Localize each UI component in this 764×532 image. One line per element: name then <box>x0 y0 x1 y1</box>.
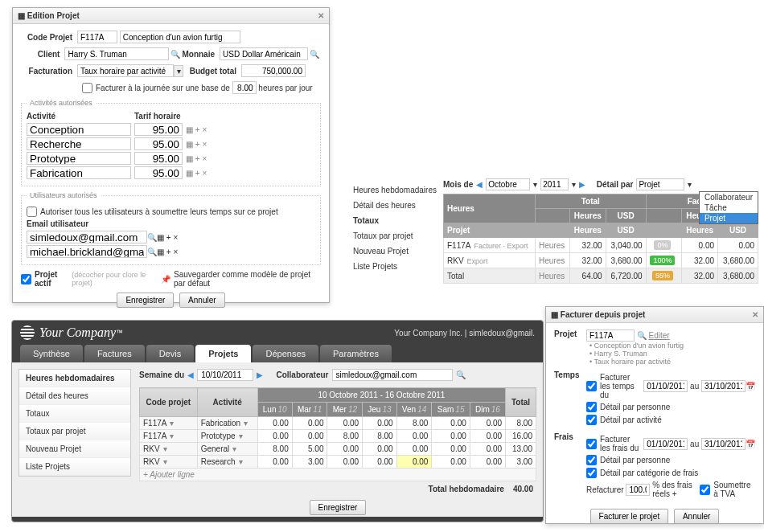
left-nav-item[interactable]: Totaux <box>19 405 130 423</box>
proj-cell[interactable]: F117A▾ <box>140 430 198 443</box>
search-icon[interactable]: 🔍 <box>637 331 647 340</box>
refact-pct-input[interactable] <box>626 484 650 496</box>
search-icon[interactable]: 🔍 <box>310 50 319 59</box>
close-icon[interactable]: ✕ <box>752 310 758 319</box>
desc-input[interactable] <box>120 31 240 43</box>
cancel-button[interactable]: Annuler <box>179 293 224 308</box>
hour-cell[interactable]: 8.00 <box>257 443 292 456</box>
user-email-input[interactable] <box>27 245 147 258</box>
edit-link[interactable]: Editer <box>649 331 670 340</box>
add-remove-icon[interactable]: ▦ + × <box>186 125 207 134</box>
act-cell[interactable]: Prototype▾ <box>197 430 257 443</box>
search-icon[interactable]: 🔍 <box>147 248 157 256</box>
hour-cell[interactable]: 8.00 <box>396 417 432 430</box>
nav-item[interactable]: Détail des heures <box>348 198 453 213</box>
week-date-input[interactable] <box>197 369 253 381</box>
act-cell[interactable]: General▾ <box>197 443 257 456</box>
date-to-input[interactable] <box>701 380 746 392</box>
prev-month-icon[interactable]: ◀ <box>476 180 483 189</box>
proj-input[interactable] <box>586 329 635 342</box>
act-cell[interactable]: Research▾ <box>197 456 257 469</box>
code-input[interactable] <box>77 31 117 43</box>
left-nav-item[interactable]: Heures hebdomadaires <box>19 370 130 387</box>
left-nav-item[interactable]: Détail des heures <box>19 387 130 405</box>
fact-mode-input[interactable] <box>77 64 174 77</box>
add-row[interactable]: + Ajouter ligne <box>140 469 536 481</box>
left-nav-item[interactable]: Totaux par projet <box>19 423 130 440</box>
tab-factures[interactable]: Factures <box>84 345 145 362</box>
hour-cell[interactable]: 0.00 <box>292 417 327 430</box>
activity-rate-input[interactable] <box>134 166 183 179</box>
hour-cell[interactable]: 0.00 <box>432 443 470 456</box>
cb-detail-act[interactable] <box>586 415 597 425</box>
save-button[interactable]: Enregistrer <box>117 293 174 308</box>
cb-detail-pers2[interactable] <box>586 455 597 465</box>
proj-cell[interactable]: RKV▾ <box>140 456 198 469</box>
hours-day-input[interactable] <box>232 81 257 94</box>
checkbox-auth-all[interactable] <box>27 207 37 217</box>
left-nav-item[interactable]: Nouveau Projet <box>19 440 130 458</box>
search-icon[interactable]: 🔍 <box>147 233 157 242</box>
hour-cell[interactable]: 3.00 <box>292 456 327 469</box>
hour-cell[interactable]: 0.00 <box>470 430 505 443</box>
date-from-input[interactable] <box>643 380 688 392</box>
add-remove-icon[interactable]: ▦ + × <box>186 154 207 163</box>
calendar-icon[interactable]: 📅 <box>746 382 755 391</box>
next-week-icon[interactable]: ▶ <box>257 370 263 379</box>
search-icon[interactable]: 🔍 <box>456 370 466 379</box>
left-nav-item[interactable]: Liste Projets <box>19 458 130 476</box>
hour-cell[interactable]: 0.00 <box>363 417 396 430</box>
tab-synthèse[interactable]: Synthèse <box>20 345 83 362</box>
client-input[interactable] <box>64 47 169 60</box>
frais-from-input[interactable] <box>643 438 688 450</box>
cb-fact-temps[interactable] <box>586 381 597 391</box>
hour-cell[interactable]: 0.00 <box>432 456 470 469</box>
add-remove-icon[interactable]: ▦ + × <box>157 248 178 256</box>
frais-to-input[interactable] <box>701 438 746 450</box>
hour-cell[interactable]: 5.00 <box>292 443 327 456</box>
proj-cell[interactable]: RKV▾ <box>140 443 198 456</box>
dialog-title-bar[interactable]: ▦ Facturer depuis projet ✕ <box>546 307 763 323</box>
dropdown-icon[interactable]: ▾ <box>572 180 576 189</box>
add-remove-icon[interactable]: ▦ + × <box>157 233 178 242</box>
dropdown-option[interactable]: Tâche <box>700 203 758 213</box>
monnaie-input[interactable] <box>220 47 308 60</box>
facturer-button[interactable]: Facturer le projet <box>590 509 669 524</box>
hour-cell[interactable]: 0.00 <box>396 430 432 443</box>
add-remove-icon[interactable]: ▦ + × <box>186 140 207 149</box>
hour-cell[interactable]: 0.00 <box>363 443 396 456</box>
activity-rate-input[interactable] <box>134 152 183 165</box>
cb-fact-frais[interactable] <box>586 439 597 449</box>
act-cell[interactable]: Fabrication▾ <box>197 417 257 430</box>
search-icon[interactable]: 🔍 <box>170 50 180 59</box>
cb-detail-pers[interactable] <box>586 402 597 412</box>
hour-cell[interactable]: 0.00 <box>470 417 505 430</box>
checkbox-fact-journee[interactable] <box>82 83 92 93</box>
cb-detail-cat[interactable] <box>586 468 597 478</box>
hour-cell[interactable]: 0.00 <box>257 417 292 430</box>
activity-name-input[interactable] <box>27 137 131 150</box>
hour-cell[interactable]: 0.00 <box>432 417 470 430</box>
dropdown-icon[interactable]: ▾ <box>174 65 183 77</box>
dropdown-icon[interactable]: ▾ <box>533 180 537 189</box>
hour-cell[interactable]: 0.00 <box>432 430 470 443</box>
calendar-icon[interactable]: 📅 <box>746 440 755 448</box>
checkbox-actif[interactable] <box>21 274 31 284</box>
nav-item[interactable]: Nouveau Projet <box>348 243 453 259</box>
budget-input[interactable] <box>241 64 306 77</box>
dropdown-option[interactable]: Collaborateur <box>700 192 758 203</box>
year-select[interactable] <box>540 178 569 190</box>
proj-cell[interactable]: F117A▾ <box>140 417 198 430</box>
nav-item[interactable]: Totaux par projet <box>348 228 453 243</box>
hour-cell[interactable]: 0.00 <box>257 430 292 443</box>
save-button[interactable]: Enregistrer <box>310 500 367 515</box>
tab-devis[interactable]: Devis <box>146 345 195 362</box>
activity-name-input[interactable] <box>27 166 131 179</box>
tab-dépenses[interactable]: Dépenses <box>253 345 318 362</box>
hour-cell[interactable]: 8.00 <box>327 430 363 443</box>
hour-cell[interactable]: 0.00 <box>327 443 363 456</box>
tab-projets[interactable]: Projets <box>195 345 251 362</box>
activity-name-input[interactable] <box>27 152 131 165</box>
hour-cell[interactable]: 0.00 <box>292 430 327 443</box>
prev-week-icon[interactable]: ◀ <box>187 370 194 379</box>
